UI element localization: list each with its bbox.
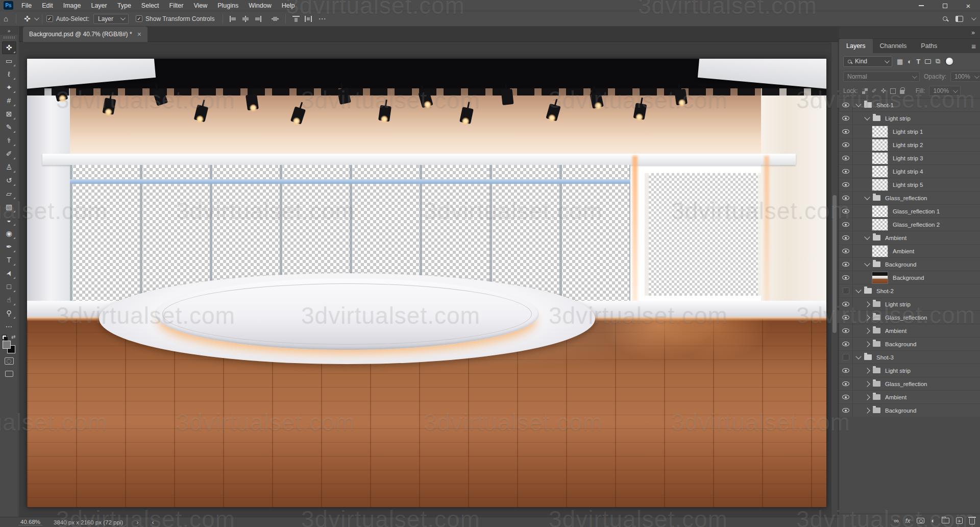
type-tool[interactable]: T [2, 254, 16, 267]
lasso-tool[interactable]: ℓ [2, 68, 16, 81]
visibility-toggle[interactable] [839, 351, 853, 364]
disclosure-triangle-icon[interactable] [855, 287, 861, 293]
status-back-arrow[interactable]: ‹ [152, 518, 154, 526]
opacity-dropdown[interactable]: 100% [950, 71, 980, 82]
toolbar-collapse-button[interactable]: » [0, 27, 18, 35]
tool-preset-chevron-icon[interactable] [34, 15, 39, 20]
lock-image-pixels-icon[interactable]: ✐ [872, 87, 877, 94]
edit-toolbar[interactable]: ⋯ [2, 320, 16, 333]
layer-row[interactable]: Glass_reflection [839, 311, 980, 324]
panel-menu-icon[interactable]: ≡ [971, 39, 976, 53]
lock-transparent-pixels-icon[interactable] [862, 88, 868, 94]
disclosure-triangle-icon[interactable] [864, 381, 870, 387]
visibility-toggle[interactable] [839, 245, 853, 257]
align-right-edges-button[interactable] [254, 16, 261, 22]
visibility-toggle[interactable] [839, 377, 853, 390]
menu-item[interactable]: Layer [86, 0, 112, 11]
rectangular-marquee-tool[interactable]: ▭ [2, 55, 16, 67]
layer-row[interactable]: Background [839, 338, 980, 351]
auto-select-dropdown[interactable]: Layer [93, 14, 129, 24]
layer-row[interactable]: Background [839, 404, 980, 417]
disclosure-triangle-icon[interactable] [864, 315, 870, 320]
rectangle-tool[interactable]: □ [2, 280, 16, 293]
layer-row[interactable]: Shot-1 [839, 99, 980, 112]
layer-row[interactable]: Glass_reflection [839, 191, 980, 205]
layer-row[interactable]: Glass_reflection 1 [839, 205, 980, 218]
align-left-edges-button[interactable] [230, 16, 237, 22]
visibility-toggle[interactable] [839, 191, 853, 204]
filter-adjustment-layers-icon[interactable]: ◐ [908, 58, 912, 65]
layer-row[interactable]: Ambient [839, 391, 980, 404]
visibility-toggle[interactable] [839, 152, 853, 164]
workspace-switcher-icon[interactable] [955, 16, 963, 22]
default-colors-icon[interactable] [2, 335, 7, 340]
layer-row[interactable]: Light strip 3 [839, 152, 980, 165]
move-tool[interactable]: ✜ [2, 41, 16, 54]
menu-item[interactable]: Filter [164, 0, 189, 11]
visibility-toggle[interactable] [839, 178, 853, 191]
visibility-toggle[interactable] [839, 391, 853, 403]
layer-row[interactable]: Light strip [839, 298, 980, 311]
menu-item[interactable]: Window [243, 0, 276, 11]
crop-tool[interactable]: # [2, 94, 16, 107]
spot-healing-brush-tool[interactable]: ⚕ [2, 134, 16, 147]
chevron-down-icon[interactable] [971, 15, 976, 20]
minimize-button[interactable] [910, 0, 933, 11]
layer-thumbnail[interactable] [872, 139, 888, 151]
disclosure-triangle-icon[interactable] [864, 408, 870, 413]
vertical-scrollbar[interactable] [831, 42, 838, 517]
vertical-scrollbar-thumb[interactable] [832, 195, 837, 333]
tab-close-icon[interactable]: × [137, 30, 141, 38]
toolbar-grip[interactable] [4, 36, 15, 39]
close-button[interactable]: × [957, 0, 980, 11]
menu-item[interactable]: Edit [37, 0, 58, 11]
disclosure-triangle-icon[interactable] [864, 341, 870, 347]
visibility-toggle[interactable] [839, 205, 853, 218]
home-button[interactable]: ⌂ [0, 14, 12, 23]
panel-tab[interactable]: Layers [839, 39, 873, 53]
delete-layer-icon[interactable] [969, 518, 975, 524]
layer-thumbnail[interactable] [872, 205, 888, 218]
layer-thumbnail[interactable] [872, 126, 888, 138]
layer-row[interactable]: Light strip 1 [839, 125, 980, 138]
layer-row[interactable]: Ambient [839, 245, 980, 258]
visibility-toggle[interactable] [839, 324, 853, 337]
visibility-toggle[interactable] [839, 125, 853, 138]
disclosure-triangle-icon[interactable] [864, 301, 870, 307]
swap-colors-icon[interactable]: ⇄ [11, 334, 15, 340]
layer-row[interactable]: Background [839, 258, 980, 271]
layer-thumbnail[interactable] [872, 245, 888, 257]
layer-effects-icon[interactable]: fx [905, 517, 910, 524]
visibility-toggle[interactable] [839, 165, 853, 178]
lock-artboard-icon[interactable] [890, 88, 896, 94]
zoom-tool[interactable]: ⚲ [2, 307, 16, 320]
layer-thumbnail[interactable] [872, 152, 888, 164]
layer-row[interactable]: Glass_reflection 2 [839, 218, 980, 231]
disclosure-triangle-icon[interactable] [855, 353, 861, 359]
clone-stamp-tool[interactable]: ♙ [2, 161, 16, 174]
filter-shape-layers-icon[interactable] [925, 59, 931, 64]
layer-row[interactable]: Shot-3 [839, 351, 980, 364]
disclosure-triangle-icon[interactable] [864, 368, 870, 373]
visibility-toggle[interactable] [839, 364, 853, 377]
layer-row[interactable]: Light strip 2 [839, 138, 980, 152]
current-tool-icon[interactable]: ✜ [20, 14, 34, 23]
menu-item[interactable]: Help [277, 0, 300, 11]
layer-row[interactable]: Light strip 4 [839, 165, 980, 178]
gradient-tool[interactable]: ▧ [2, 201, 16, 213]
pen-tool[interactable]: ✒ [2, 241, 16, 253]
eyedropper-tool[interactable]: ✎ [2, 121, 16, 134]
frame-tool[interactable]: ⊠ [2, 108, 16, 121]
layer-thumbnail[interactable] [872, 179, 888, 191]
screen-mode-button[interactable] [5, 371, 13, 377]
menu-item[interactable]: View [188, 0, 212, 11]
visibility-toggle[interactable] [839, 311, 853, 324]
visibility-toggle[interactable] [839, 218, 853, 231]
restore-button[interactable] [933, 0, 957, 11]
menu-item[interactable]: Image [58, 0, 86, 11]
layer-row[interactable]: Light strip [839, 364, 980, 377]
filter-toggle-switch[interactable] [945, 59, 953, 64]
status-flyout-arrow[interactable]: › [136, 518, 138, 526]
blend-mode-dropdown[interactable]: Normal [843, 71, 920, 82]
disclosure-triangle-icon[interactable] [864, 194, 870, 200]
